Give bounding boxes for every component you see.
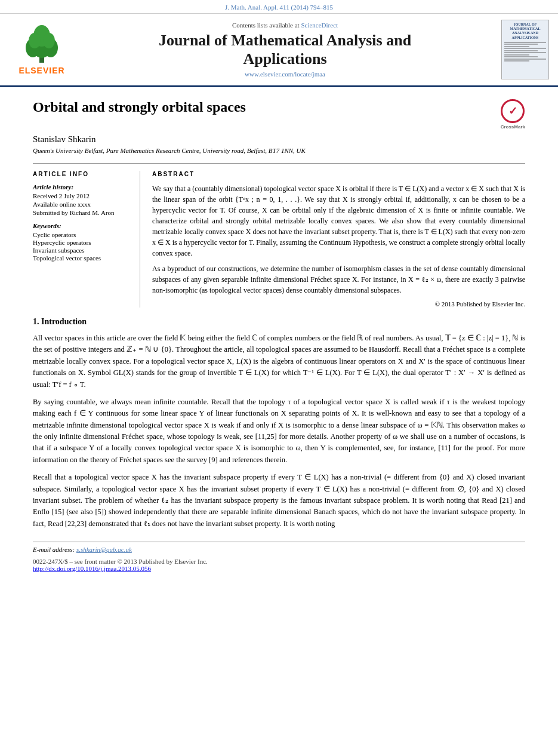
main-content: Orbital and strongly orbital spaces ✓ Cr… — [0, 87, 558, 590]
available-date: Available online xxxx — [33, 201, 131, 208]
submitted-by: Submitted by Richard M. Aron — [33, 209, 131, 216]
journal-thumbnail: Journal ofMathematicalAnalysis andApplic… — [495, 20, 549, 79]
crossmark-badge[interactable]: ✓ CrossMark — [501, 99, 525, 130]
intro-para-3: Recall that a topological vector space X… — [33, 472, 525, 530]
sciencedirect-link[interactable]: ScienceDirect — [301, 21, 338, 29]
elsevier-tree-icon — [18, 24, 66, 66]
svg-point-5 — [29, 33, 41, 48]
abstract-para-1: We say that a (countably dimensional) to… — [152, 183, 525, 259]
copyright-notice: © 2013 Published by Elsevier Inc. — [152, 300, 525, 308]
journal-title: Journal of Mathematical Analysis and App… — [75, 31, 495, 68]
article-title-row: Orbital and strongly orbital spaces ✓ Cr… — [33, 99, 525, 130]
article-info-column: ARTICLE INFO Article history: Received 2… — [33, 171, 140, 308]
footer-doi[interactable]: http://dx.doi.org/10.1016/j.jmaa.2013.05… — [33, 565, 525, 572]
received-date: Received 2 July 2012 — [33, 192, 131, 199]
abstract-column: ABSTRACT We say that a (countably dimens… — [152, 171, 525, 308]
keyword-4: Topological vector spaces — [33, 254, 131, 262]
history-label: Article history: — [33, 183, 131, 190]
intro-para-2: By saying countable, we always mean infi… — [33, 397, 525, 466]
journal-cover-thumb: Journal ofMathematicalAnalysis andApplic… — [501, 20, 549, 79]
keyword-3: Invariant subspaces — [33, 247, 131, 254]
crossmark-label: CrossMark — [501, 124, 525, 130]
keywords-label: Keywords: — [33, 222, 131, 229]
journal-header: ELSEVIER Contents lists available at Sci… — [0, 14, 558, 87]
email-link[interactable]: s.shkarin@qub.ac.uk — [76, 546, 132, 553]
svg-point-6 — [43, 33, 55, 48]
header-center: Contents lists available at ScienceDirec… — [75, 21, 495, 78]
article-info-heading: ARTICLE INFO — [33, 171, 131, 177]
article-meta-section: ARTICLE INFO Article history: Received 2… — [33, 163, 525, 308]
footer-copyright: 0022-247X/$ – see front matter © 2013 Pu… — [33, 558, 525, 565]
citation-text: J. Math. Anal. Appl. 411 (2014) 794–815 — [225, 4, 333, 11]
footer: E-mail address: s.shkarin@qub.ac.uk 0022… — [33, 542, 525, 572]
journal-url: www.elsevier.com/locate/jmaa — [75, 70, 495, 78]
intro-para-1: All vector spaces in this article are ov… — [33, 333, 525, 391]
author-name: Stanislav Shkarin — [33, 134, 525, 145]
elsevier-label: ELSEVIER — [19, 66, 64, 75]
keyword-2: Hypercyclic operators — [33, 239, 131, 246]
contents-line: Contents lists available at ScienceDirec… — [75, 21, 495, 29]
doi-link[interactable]: http://dx.doi.org/10.1016/j.jmaa.2013.05… — [33, 565, 151, 572]
footer-email: E-mail address: s.shkarin@qub.ac.uk — [33, 546, 525, 553]
crossmark-icon: ✓ — [501, 99, 525, 123]
citation-bar: J. Math. Anal. Appl. 411 (2014) 794–815 — [0, 0, 558, 14]
abstract-heading: ABSTRACT — [152, 171, 525, 177]
abstract-para-2: As a byproduct of our constructions, we … — [152, 263, 525, 296]
article-title: Orbital and strongly orbital spaces — [33, 99, 246, 115]
keyword-1: Cyclic operators — [33, 231, 131, 238]
abstract-text: We say that a (countably dimensional) to… — [152, 183, 525, 296]
author-affiliation: Queen's University Belfast, Pure Mathema… — [33, 147, 525, 154]
intro-section-heading: 1. Introduction — [33, 317, 525, 327]
elsevier-logo: ELSEVIER — [9, 24, 75, 75]
